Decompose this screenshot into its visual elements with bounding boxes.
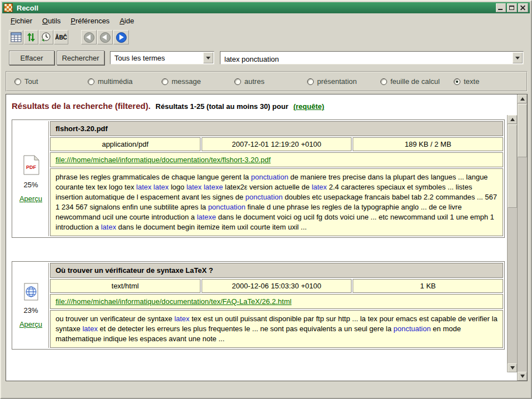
history-button[interactable] [39, 30, 53, 44]
menu-bar: Fichier Outils Préférences Aide [2, 14, 530, 27]
query-details-link[interactable]: (requête) [293, 102, 324, 111]
triangle-up-icon [520, 97, 525, 101]
triangle-down-icon [520, 375, 525, 378]
scroll-down-button[interactable] [518, 372, 527, 381]
result-date: 2007-12-01 12:19:20 +0100 [202, 137, 352, 151]
menu-label: F [11, 17, 15, 25]
menu-fichier[interactable]: Fichier [6, 15, 37, 27]
clear-button[interactable]: Effacer [9, 51, 54, 65]
scroll-up-button[interactable] [518, 94, 527, 103]
minimize-button[interactable] [496, 3, 506, 12]
next-page-button[interactable] [113, 30, 129, 44]
result-side-panel: PDF 25% Aperçu [13, 121, 49, 236]
radio-icon [14, 78, 21, 85]
recoll-window: Recoll Fichier Outils Préférences Aide [0, 0, 532, 399]
query-combo[interactable] [220, 51, 524, 64]
query-history-arrow-button[interactable] [513, 52, 523, 63]
result-size: 189 KB / 2 MB [353, 137, 503, 151]
menu-label: ide [124, 17, 134, 25]
result-row: 23% Aperçu Où trouver un vérificateur de… [12, 261, 505, 350]
result-main: flshort-3.20.pdf application/pdf 2007-12… [50, 121, 503, 236]
scroll-down-button[interactable] [508, 363, 517, 372]
scroll-up-button[interactable] [508, 115, 517, 124]
filter-radio-texte[interactable]: texte [454, 77, 479, 86]
result-date: 2000-12-06 15:03:30 +0100 [202, 279, 352, 293]
search-button[interactable]: Rechercher [57, 51, 104, 65]
results-title: Résultats de la recherche (filtered). [12, 101, 150, 111]
results-pane-scrollbar[interactable] [517, 94, 527, 381]
minimize-icon [498, 9, 503, 10]
menu-label: utils [48, 17, 61, 25]
menu-aide[interactable]: Aide [114, 15, 139, 27]
sort-dates-button[interactable] [24, 30, 38, 44]
result-url-link[interactable]: file:///home/michael/informatique/docume… [56, 297, 292, 306]
filter-label: autres [244, 77, 264, 86]
result-row: PDF 25% Aperçu flshort-3.20.pdf applicat… [12, 119, 505, 238]
filter-radio-message[interactable]: message [162, 77, 201, 86]
status-bar [2, 383, 530, 397]
toolbar-separator [69, 37, 81, 38]
relevance-percent: 23% [23, 306, 38, 315]
term-explorer-button[interactable]: ÂBĈ [54, 30, 68, 44]
previous-page-button[interactable] [97, 30, 113, 44]
search-input[interactable] [220, 52, 523, 64]
filter-label: texte [464, 77, 479, 86]
result-title: flshort-3.20.pdf [50, 121, 503, 136]
result-title: Où trouver un vérificateur de syntaxe La… [50, 263, 503, 278]
search-mode-select[interactable]: Tous les termes [110, 51, 214, 64]
result-main: Où trouver un vérificateur de syntaxe La… [50, 263, 503, 348]
chevron-down-icon [206, 57, 210, 59]
preview-link[interactable]: Aperçu [19, 194, 42, 203]
result-side-panel: 23% Aperçu [13, 263, 49, 348]
close-button[interactable] [518, 3, 528, 12]
menu-outils[interactable]: Outils [37, 15, 66, 27]
filter-radio-presentation[interactable]: présentation [307, 77, 357, 86]
filter-label: Tout [24, 77, 38, 86]
maximize-button[interactable] [507, 3, 517, 12]
result-size: 1 KB [353, 279, 503, 293]
svg-text:PDF: PDF [26, 164, 37, 170]
next-page-icon [116, 32, 127, 43]
dropdown-arrow-button[interactable] [203, 52, 213, 63]
history-clock-icon [41, 32, 51, 42]
html-globe-icon [23, 283, 39, 301]
menu-label: ichier [15, 17, 32, 25]
filter-radio-multimedia[interactable]: multimédia [88, 77, 133, 86]
filter-radio-feuille-de-calcul[interactable]: feuille de calcul [380, 77, 440, 86]
relevance-percent: 25% [23, 181, 38, 189]
scrollbar-thumb[interactable] [518, 104, 527, 157]
pdf-file-icon: PDF [22, 155, 40, 175]
result-url-row: file:///home/michael/informatique/docume… [50, 152, 503, 167]
result-meta-row: text/html 2000-12-06 15:03:30 +0100 1 KB [50, 279, 503, 293]
triangle-down-icon [510, 366, 515, 370]
filter-label: message [172, 77, 201, 86]
chevron-down-icon [515, 57, 520, 59]
result-meta-row: application/pdf 2007-12-01 12:19:20 +010… [50, 137, 503, 151]
scrollbar-thumb[interactable] [508, 124, 517, 208]
filter-radio-tout[interactable]: Tout [14, 77, 38, 86]
radio-icon [380, 78, 387, 85]
filter-label: présentation [317, 77, 357, 86]
menu-preferences[interactable]: Préférences [66, 15, 114, 27]
result-url-link[interactable]: file:///home/michael/informatique/docume… [56, 156, 270, 164]
results-pane: Résultats de la recherche (filtered). Ré… [6, 94, 528, 381]
first-page-icon [84, 32, 94, 43]
radio-icon [234, 78, 241, 85]
results-header: Résultats de la recherche (filtered). Ré… [6, 94, 517, 115]
first-page-button[interactable] [81, 30, 97, 44]
window-title: Recoll [17, 4, 495, 12]
term-explorer-icon: ÂBĈ [55, 34, 67, 41]
filter-label: multimédia [98, 77, 133, 86]
search-row: Effacer Rechercher Tous les termes [1, 50, 531, 67]
results-list-scrollbar[interactable] [507, 115, 517, 372]
table-view-button[interactable] [9, 30, 23, 44]
filter-radio-autres[interactable]: autres [234, 77, 264, 86]
radio-icon [162, 78, 168, 85]
results-summary: Résultats 1-25 (total au moins 30) pour [155, 102, 288, 111]
preview-link[interactable]: Aperçu [19, 320, 42, 328]
title-bar[interactable]: Recoll [2, 2, 530, 13]
category-filter-bar: Tout multimédia message autres présentat… [6, 71, 528, 92]
result-mime: text/html [50, 279, 200, 293]
menu-label: références [76, 17, 109, 25]
radio-icon [307, 78, 314, 85]
